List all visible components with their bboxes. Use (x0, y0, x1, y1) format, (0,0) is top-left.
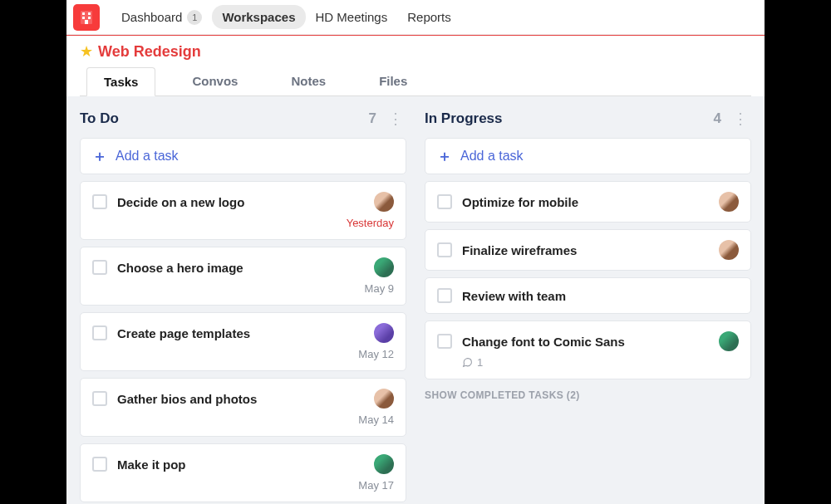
project-tabs: Tasks Convos Notes Files (80, 67, 751, 96)
plus-icon: ＋ (92, 149, 107, 164)
avatar[interactable] (374, 192, 394, 212)
column-count: 7 (369, 110, 376, 127)
tab-notes[interactable]: Notes (274, 67, 342, 95)
add-task-label: Add a task (460, 149, 524, 164)
avatar[interactable] (719, 331, 739, 351)
task-row: Create page templates (92, 323, 394, 343)
task-title: Optimize for mobile (462, 195, 709, 209)
svg-rect-2 (88, 12, 91, 15)
task-card[interactable]: Finalize wireframes (425, 229, 751, 271)
task-due-date: May 12 (92, 348, 394, 360)
project-header: ★ Web Redesign Tasks Convos Notes Files (66, 36, 765, 96)
task-card[interactable]: Choose a hero image May 9 (80, 247, 406, 306)
plus-icon: ＋ (437, 149, 452, 164)
task-title: Change font to Comic Sans (462, 335, 709, 349)
svg-rect-5 (85, 20, 88, 24)
nav-workspaces-label: Workspaces (222, 10, 295, 24)
star-icon[interactable]: ★ (80, 42, 93, 61)
task-checkbox[interactable] (92, 194, 107, 209)
add-task-button[interactable]: ＋ Add a task (425, 138, 751, 174)
task-title: Review with team (462, 289, 739, 303)
column-title: In Progress (425, 110, 714, 127)
task-row: Make it pop (92, 454, 394, 474)
task-card[interactable]: Decide on a new logo Yesterday (80, 181, 406, 240)
building-icon (80, 10, 93, 25)
avatar[interactable] (374, 389, 394, 409)
tab-convos[interactable]: Convos (175, 67, 254, 95)
task-due-date: May 14 (92, 413, 394, 426)
svg-rect-4 (88, 17, 91, 19)
task-title: Create page templates (117, 326, 364, 340)
column-header: In Progress 4 ⋮ (425, 110, 751, 128)
column-inprogress: In Progress 4 ⋮ ＋ Add a task Optimize fo… (425, 110, 751, 494)
task-checkbox[interactable] (437, 334, 452, 349)
nav-workspaces[interactable]: Workspaces (212, 5, 305, 29)
app-frame: Dashboard 1 Workspaces HD Meetings Repor… (66, 0, 765, 504)
task-card[interactable]: Gather bios and photos May 14 (80, 378, 406, 437)
tab-tasks[interactable]: Tasks (86, 67, 155, 96)
svg-rect-3 (82, 17, 85, 19)
nav-dashboard[interactable]: Dashboard 1 (111, 5, 212, 30)
top-nav: Dashboard 1 Workspaces HD Meetings Repor… (66, 0, 765, 35)
task-row: Choose a hero image (92, 257, 394, 277)
task-row: Change font to Comic Sans (437, 331, 739, 351)
avatar[interactable] (374, 257, 394, 277)
avatar[interactable] (374, 323, 394, 343)
task-title: Choose a hero image (117, 261, 364, 275)
task-checkbox[interactable] (92, 457, 107, 472)
column-todo: To Do 7 ⋮ ＋ Add a task Decide on a new l… (80, 110, 406, 494)
task-comments: 1 (462, 356, 739, 369)
task-card[interactable]: Create page templates May 12 (80, 312, 406, 371)
show-completed-button[interactable]: Show Completed Tasks (2) (425, 389, 751, 401)
task-card[interactable]: Make it pop May 17 (80, 443, 406, 502)
task-checkbox[interactable] (92, 325, 107, 340)
task-title: Decide on a new logo (117, 195, 364, 209)
avatar[interactable] (719, 240, 739, 260)
nav-dashboard-badge: 1 (187, 10, 202, 25)
task-due-date: May 9 (92, 282, 394, 295)
nav-reports-label: Reports (407, 10, 451, 24)
nav-reports[interactable]: Reports (397, 5, 461, 29)
task-title: Finalize wireframes (462, 243, 709, 257)
task-checkbox[interactable] (437, 242, 452, 257)
task-row: Optimize for mobile (437, 192, 739, 212)
add-task-label: Add a task (116, 149, 179, 164)
column-count: 4 (714, 110, 721, 127)
comment-count: 1 (477, 356, 483, 369)
tab-files[interactable]: Files (362, 67, 424, 95)
avatar[interactable] (374, 454, 394, 474)
task-due-date: Yesterday (92, 217, 394, 229)
task-checkbox[interactable] (92, 391, 107, 406)
column-menu-icon[interactable]: ⋮ (730, 110, 751, 128)
column-menu-icon[interactable]: ⋮ (385, 110, 406, 128)
column-header: To Do 7 ⋮ (80, 110, 406, 128)
svg-rect-1 (82, 12, 85, 15)
app-logo-icon[interactable] (73, 4, 100, 31)
task-card[interactable]: Change font to Comic Sans 1 (425, 321, 751, 379)
task-checkbox[interactable] (92, 260, 107, 275)
task-row: Decide on a new logo (92, 192, 394, 212)
task-title: Gather bios and photos (117, 392, 364, 406)
task-row: Finalize wireframes (437, 240, 739, 260)
nav-meetings-label: HD Meetings (316, 10, 388, 24)
task-due-date: May 17 (92, 479, 394, 492)
avatar[interactable] (719, 192, 739, 212)
task-card[interactable]: Review with team (425, 277, 751, 314)
project-title[interactable]: Web Redesign (98, 43, 201, 61)
comment-icon (462, 357, 473, 368)
task-checkbox[interactable] (437, 194, 452, 209)
task-card[interactable]: Optimize for mobile (425, 181, 751, 223)
nav-dashboard-label: Dashboard (121, 10, 182, 24)
task-title: Make it pop (117, 458, 364, 472)
add-task-button[interactable]: ＋ Add a task (80, 138, 406, 174)
task-row: Review with team (437, 288, 739, 303)
nav-meetings[interactable]: HD Meetings (306, 5, 398, 29)
board-columns: To Do 7 ⋮ ＋ Add a task Decide on a new l… (66, 96, 765, 504)
project-title-row: ★ Web Redesign (80, 42, 751, 61)
task-row: Gather bios and photos (92, 389, 394, 409)
task-checkbox[interactable] (437, 288, 452, 303)
column-title: To Do (80, 110, 369, 127)
